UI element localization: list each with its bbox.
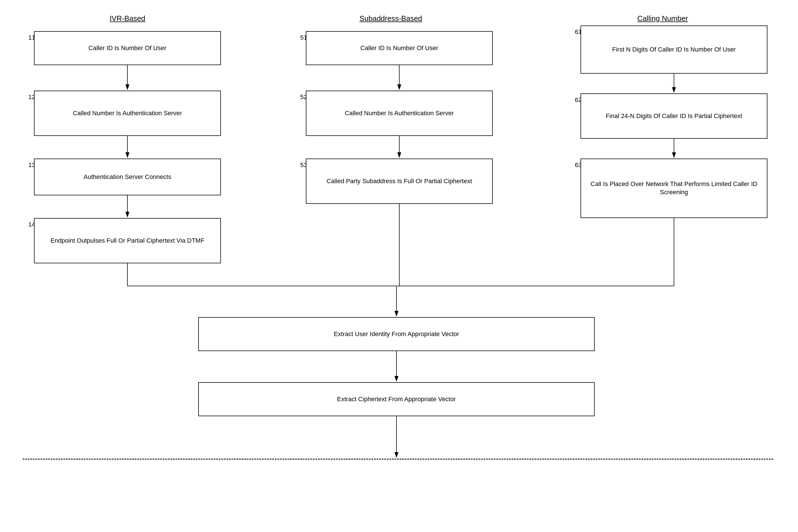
box-12: Called Number Is Authentication Server [34,91,221,136]
box-63: Call Is Placed Over Network That Perform… [581,158,767,218]
box-71: Extract User Identity From Appropriate V… [198,317,595,351]
column-title-ivr: IVR-Based [28,14,227,23]
bottom-dashed-line [23,459,773,459]
box-52: Called Number Is Authentication Server [306,91,493,136]
box-62: Final 24-N Digits Of Caller ID Is Partia… [581,93,767,139]
box-61: First N Digits Of Caller ID Is Number Of… [581,25,767,74]
box-13: Authentication Server Connects [34,158,221,195]
column-title-subaddress: Subaddress-Based [292,14,490,23]
column-title-calling: Calling Number [564,14,762,23]
diagram-container: IVR-Based Subaddress-Based Calling Numbe… [0,0,798,532]
box-14: Endpoint Outpulses Full Or Partial Ciphe… [34,218,221,263]
box-51: Caller ID Is Number Of User [306,31,493,65]
box-53: Called Party Subaddress Is Full Or Parti… [306,158,493,204]
box-11: Caller ID Is Number Of User [34,31,221,65]
box-72: Extract Ciphertext From Appropriate Vect… [198,382,595,416]
arrows-svg [0,0,798,532]
